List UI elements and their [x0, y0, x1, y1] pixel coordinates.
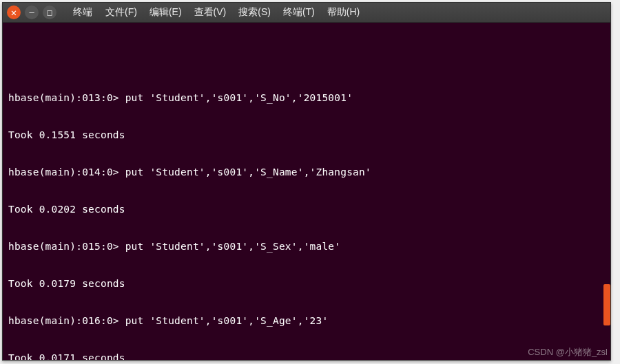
menu-view[interactable]: 查看(V) [188, 3, 233, 21]
menubar: 终端 文件(F) 编辑(E) 查看(V) 搜索(S) 终端(T) 帮助(H) [70, 3, 366, 21]
terminal-window: ✕ — □ 终端 文件(F) 编辑(E) 查看(V) 搜索(S) 终端(T) 帮… [2, 2, 611, 361]
terminal-line: hbase(main):013:0> put 'Student','s001',… [8, 92, 605, 104]
app-title: 终端 [70, 3, 99, 21]
terminal-line [8, 54, 605, 67]
menu-terminal[interactable]: 终端(T) [277, 3, 321, 21]
scrollbar-thumb[interactable] [603, 284, 610, 325]
window-titlebar[interactable]: ✕ — □ 终端 文件(F) 编辑(E) 查看(V) 搜索(S) 终端(T) 帮… [3, 3, 610, 23]
watermark-text: CSDN @小猪猪_zsl [528, 346, 608, 358]
terminal-line: Took 0.0202 seconds [8, 203, 605, 215]
terminal-line: hbase(main):015:0> put 'Student','s001',… [8, 240, 605, 253]
menu-help[interactable]: 帮助(H) [321, 3, 366, 21]
close-button[interactable]: ✕ [7, 6, 21, 19]
terminal-line: Took 0.0179 seconds [8, 277, 605, 290]
terminal-line: hbase(main):016:0> put 'Student','s001',… [8, 314, 605, 327]
terminal-line: Took 0.1551 seconds [8, 129, 605, 141]
menu-file[interactable]: 文件(F) [99, 3, 143, 21]
menu-edit[interactable]: 编辑(E) [143, 3, 188, 21]
minimize-button[interactable]: — [25, 6, 39, 19]
maximize-button[interactable]: □ [43, 6, 56, 19]
terminal-output[interactable]: hbase(main):013:0> put 'Student','s001',… [3, 23, 610, 360]
terminal-line: hbase(main):014:0> put 'Student','s001',… [8, 166, 605, 178]
terminal-line: Took 0.0171 seconds [8, 352, 605, 360]
menu-search[interactable]: 搜索(S) [232, 3, 277, 21]
